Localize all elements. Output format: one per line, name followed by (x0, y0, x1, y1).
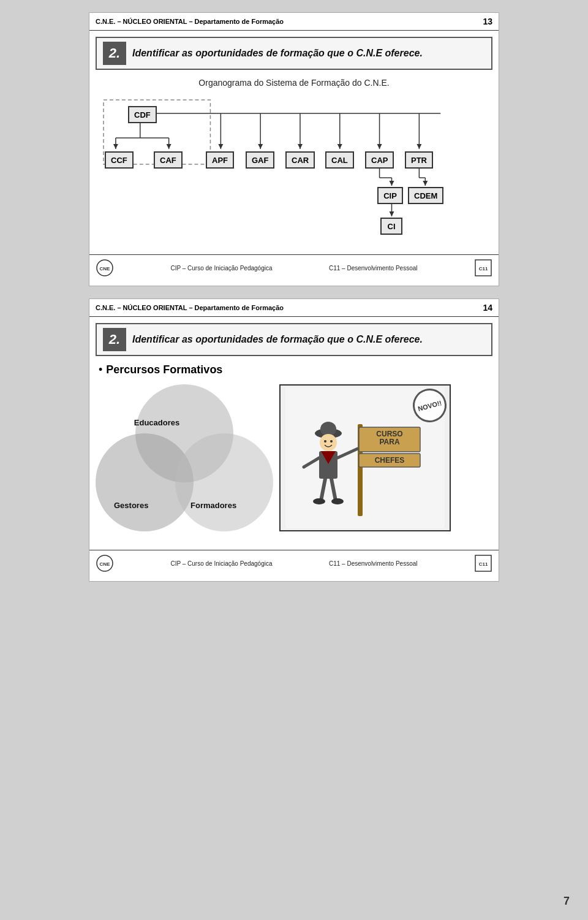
slide-1-content: Organograma do Sistema de Formação do C.… (89, 75, 499, 248)
org-lines (99, 95, 489, 242)
box-cal: CAL (325, 151, 354, 169)
box-caf: CAF (154, 151, 183, 169)
percursos-row: • Percursos Formativos (89, 361, 499, 381)
page-number: 7 (564, 895, 570, 908)
svg-marker-31 (390, 211, 394, 216)
box-ccf: CCF (105, 151, 134, 169)
footer-logo-left-2: CNE (96, 554, 114, 572)
svg-point-47 (330, 440, 333, 443)
box-car: CAR (285, 151, 315, 169)
box-cdf: CDF (128, 106, 157, 123)
svg-point-45 (320, 434, 337, 451)
slide-2-main-content: Educadores Gestores Formadores NOVO!! CU… (89, 381, 499, 544)
svg-text:C11: C11 (479, 266, 488, 272)
svg-point-53 (313, 498, 325, 504)
percursos-title: Percursos Formativos (106, 363, 222, 376)
venn-label-educadores: Educadores (134, 418, 179, 427)
svg-text:CHEFES: CHEFES (375, 456, 405, 465)
footer-logo-left: CNE (96, 259, 114, 277)
slide-2: C.N.E. – NÚCLEO ORIENTAL – Departamento … (89, 298, 499, 582)
footer-logo-right-2: C11 (474, 554, 492, 572)
svg-marker-13 (258, 144, 263, 149)
topic-text: Identificar as oportunidades de formação… (132, 48, 423, 59)
slide-1-header: C.N.E. – NÚCLEO ORIENTAL – Departamento … (89, 13, 499, 31)
box-gaf: GAF (246, 151, 274, 169)
footer-left-text-2: CIP – Curso de Iniciação Pedagógica (170, 560, 272, 567)
slide-1-topic-banner: 2. Identificar as oportunidades de forma… (96, 37, 492, 70)
slide-2-header-title: C.N.E. – NÚCLEO ORIENTAL – Departamento … (96, 304, 284, 311)
box-apf: APF (206, 151, 234, 169)
slide-2-topic-text: Identificar as oportunidades de formação… (132, 334, 423, 345)
footer-right-text: C11 – Desenvolvimento Pessoal (329, 265, 418, 272)
org-chart: CDF CCF CAF APF GAF CAR CAL CAP PTR CIP … (99, 95, 489, 242)
box-ci: CI (380, 218, 402, 235)
slide-2-topic-banner: 2. Identificar as oportunidades de forma… (96, 323, 492, 356)
slide-2-footer: CNE CIP – Curso de Iniciação Pedagógica … (89, 550, 499, 575)
svg-marker-4 (113, 144, 118, 149)
svg-text:CNE: CNE (100, 561, 111, 567)
svg-text:CNE: CNE (100, 266, 111, 272)
slide-1-page-number: 13 (483, 17, 492, 26)
slide-2-header: C.N.E. – NÚCLEO ORIENTAL – Departamento … (89, 299, 499, 317)
box-ptr: PTR (405, 151, 433, 169)
slide-1-footer: CNE CIP – Curso de Iniciação Pedagógica … (89, 254, 499, 279)
svg-marker-15 (298, 144, 303, 149)
svg-marker-17 (337, 144, 342, 149)
footer-right-text-2: C11 – Desenvolvimento Pessoal (329, 560, 418, 567)
topic-number: 2. (103, 42, 126, 65)
footer-left-text: CIP – Curso de Iniciação Pedagógica (170, 265, 272, 272)
slide-1: C.N.E. – NÚCLEO ORIENTAL – Departamento … (89, 12, 499, 286)
svg-text:CURSO: CURSO (376, 430, 402, 438)
slide-2-topic-number: 2. (103, 328, 126, 351)
footer-logo-right: C11 (474, 259, 492, 277)
slide-1-header-title: C.N.E. – NÚCLEO ORIENTAL – Departamento … (96, 18, 284, 25)
svg-marker-19 (377, 144, 382, 149)
svg-marker-29 (423, 181, 428, 186)
svg-point-46 (324, 440, 326, 443)
box-cdem: CDEM (408, 187, 443, 204)
bullet-icon: • (99, 363, 102, 376)
venn-diagram: Educadores Gestores Formadores (96, 384, 273, 538)
org-title: Organograma do Sistema de Formação do C.… (99, 78, 489, 88)
venn-label-gestores: Gestores (114, 501, 148, 510)
svg-marker-11 (218, 144, 223, 149)
venn-circle-formadores (175, 433, 273, 531)
box-cap: CAP (365, 151, 394, 169)
svg-point-54 (331, 498, 344, 504)
svg-text:PARA: PARA (379, 438, 399, 446)
svg-text:C11: C11 (479, 561, 488, 567)
venn-label-formadores: Formadores (190, 501, 236, 510)
svg-marker-7 (167, 144, 172, 149)
svg-marker-21 (417, 144, 421, 149)
box-cip: CIP (377, 187, 403, 204)
svg-marker-25 (390, 181, 394, 186)
scout-image: NOVO!! CURSO PARA CHEFES (279, 384, 451, 531)
slide-2-page-number: 14 (483, 303, 492, 313)
